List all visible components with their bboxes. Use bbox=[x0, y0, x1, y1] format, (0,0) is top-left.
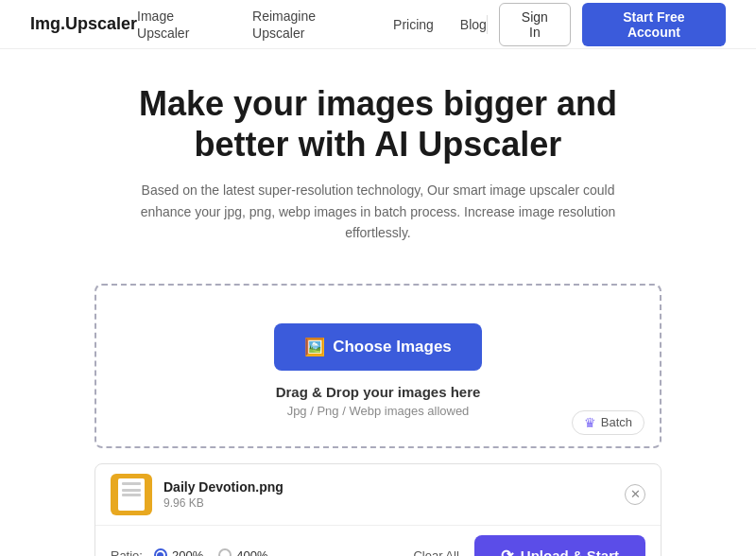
nav-link-reimagine-upscaler[interactable]: Reimagine Upscaler bbox=[252, 9, 316, 41]
hero-section: Make your images bigger and better with … bbox=[0, 49, 756, 263]
nav-link-pricing[interactable]: Pricing bbox=[393, 17, 434, 32]
upload-start-button[interactable]: ⟳ Upload & Start bbox=[474, 535, 645, 556]
hero-heading-line1: Make your images bigger and bbox=[139, 84, 617, 123]
upload-start-label: Upload & Start bbox=[521, 547, 619, 556]
ratio-option-400[interactable]: 400% bbox=[218, 548, 267, 556]
ratio-right: Clear All ⟳ Upload & Start bbox=[413, 535, 645, 556]
batch-label: Batch bbox=[601, 415, 632, 429]
navbar-actions: Sign In Start Free Account bbox=[487, 3, 726, 46]
upload-icon: ⟳ bbox=[501, 547, 513, 556]
nav-links: Image Upscaler Reimagine Upscaler Pricin… bbox=[137, 8, 487, 42]
radio-400-icon bbox=[218, 548, 232, 556]
file-thumb-inner bbox=[118, 478, 145, 511]
navbar: Img.Upscaler Image Upscaler Reimagine Up… bbox=[0, 0, 756, 49]
file-remove-button[interactable]: ✕ bbox=[625, 484, 645, 505]
file-size: 9.96 KB bbox=[163, 496, 613, 510]
nav-link-blog[interactable]: Blog bbox=[460, 17, 487, 32]
ratio-row: Ratio: 200% 400% Clear All ⟳ Upload & St… bbox=[95, 526, 661, 556]
choose-images-label: Choose Images bbox=[333, 338, 452, 356]
file-thumbnail bbox=[111, 474, 152, 515]
crown-icon: ♛ bbox=[584, 415, 596, 430]
ratio-400-label: 400% bbox=[236, 548, 267, 556]
ratio-options: 200% 400% bbox=[154, 548, 413, 556]
hero-description: Based on the latest super-resolution tec… bbox=[132, 180, 624, 243]
file-row: Daily Devotion.png 9.96 KB ✕ bbox=[95, 464, 661, 526]
hero-heading-line2: better with AI Upscaler bbox=[195, 125, 562, 164]
dropzone: 🖼️ Choose Images Drag & Drop your images… bbox=[94, 284, 662, 448]
hero-heading: Make your images bigger and better with … bbox=[19, 83, 737, 165]
file-name: Daily Devotion.png bbox=[163, 479, 613, 495]
site-logo: Img.Upscaler bbox=[30, 14, 137, 34]
drag-drop-hint: Drag & Drop your images here bbox=[115, 384, 641, 400]
signin-button[interactable]: Sign In bbox=[499, 3, 571, 46]
choose-icon: 🖼️ bbox=[304, 337, 325, 357]
batch-badge[interactable]: ♛ Batch bbox=[572, 410, 644, 435]
nav-link-image-upscaler[interactable]: Image Upscaler bbox=[137, 9, 189, 41]
radio-200-icon bbox=[154, 548, 167, 556]
clear-all-button[interactable]: Clear All bbox=[413, 548, 458, 556]
ratio-200-label: 200% bbox=[172, 548, 203, 556]
choose-images-button[interactable]: 🖼️ Choose Images bbox=[274, 323, 482, 371]
start-free-button[interactable]: Start Free Account bbox=[582, 3, 726, 46]
ratio-label: Ratio: bbox=[111, 548, 143, 556]
dropzone-formats: Jpg / Png / Webp images allowed bbox=[115, 404, 641, 418]
navbar-divider bbox=[487, 15, 488, 34]
ratio-option-200[interactable]: 200% bbox=[154, 548, 203, 556]
file-section: Daily Devotion.png 9.96 KB ✕ Ratio: 200%… bbox=[94, 463, 662, 556]
file-info: Daily Devotion.png 9.96 KB bbox=[163, 479, 613, 510]
